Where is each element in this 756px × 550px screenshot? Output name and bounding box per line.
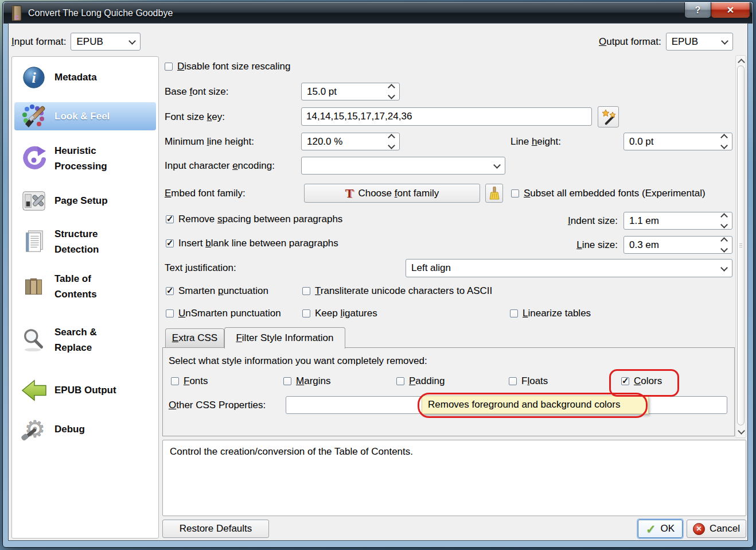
min-line-height-label-row: Minimum line height: — [165, 133, 254, 150]
subset-fonts-checkbox[interactable] — [511, 189, 519, 197]
insert-blank-line-option: Insert blank line between paragraphs — [166, 237, 338, 250]
spin-up-icon[interactable] — [720, 134, 728, 141]
main-scrollbar[interactable] — [735, 55, 746, 438]
spin-down-icon[interactable] — [720, 221, 728, 228]
spin-up-icon[interactable] — [720, 237, 728, 245]
text-justification-select[interactable]: Left align — [406, 259, 732, 277]
filter-floats-option: Floats — [509, 374, 548, 388]
title-bar[interactable]: c Convert The Long Quiche Goodbye ? ✕ — [3, 2, 753, 24]
filter-floats-checkbox[interactable] — [509, 377, 517, 385]
tab-extra-css[interactable]: Extra CSS — [165, 328, 224, 347]
input-format-select[interactable]: EPUB — [71, 33, 141, 51]
scrollbar-up-icon[interactable] — [738, 59, 745, 66]
close-icon: ✕ — [727, 5, 734, 16]
transliterate-checkbox[interactable] — [302, 287, 310, 295]
indent-size-label: Indent size: — [568, 215, 618, 227]
tab-filter-style-label: Filter Style Information — [236, 332, 333, 344]
filter-padding-label[interactable]: Padding — [409, 375, 445, 387]
sidebar-item-search-replace[interactable]: Search & Replace — [14, 315, 156, 365]
keep-ligatures-label[interactable]: Keep ligatures — [315, 308, 377, 319]
insert-blank-line-label[interactable]: Insert blank line between paragraphs — [178, 238, 338, 249]
remove-spacing-label[interactable]: Remove spacing between paragraphs — [178, 214, 342, 225]
line-height-spinner[interactable]: 0.0 pt — [623, 133, 732, 150]
disable-rescaling-label[interactable]: Disable font size rescaling — [177, 61, 291, 72]
indent-size-value: 1.1 em — [629, 215, 718, 227]
smarten-punctuation-checkbox[interactable] — [166, 287, 174, 295]
filter-margins-label[interactable]: Margins — [296, 375, 330, 387]
spin-down-icon[interactable] — [720, 245, 728, 253]
sidebar-item-look-and-feel[interactable]: Look & Feel — [14, 102, 156, 130]
output-format-row: Output format: EPUB — [599, 33, 733, 51]
filter-margins-checkbox[interactable] — [283, 377, 291, 385]
svg-text:c: c — [15, 13, 19, 21]
document-icon — [20, 228, 48, 255]
scrollbar-down-icon[interactable] — [738, 427, 745, 435]
linearize-tables-checkbox[interactable] — [510, 309, 518, 317]
close-button[interactable]: ✕ — [711, 2, 750, 18]
spin-down-icon[interactable] — [388, 142, 395, 149]
ok-button[interactable]: ✓ OK — [638, 520, 683, 538]
transliterate-label[interactable]: Transliterate unicode characters to ASCI… — [315, 285, 492, 297]
sidebar-item-heuristic-processing[interactable]: Heuristic Processing — [14, 142, 156, 175]
subset-fonts-label[interactable]: Subset all embedded fonts (Experimental) — [524, 188, 706, 199]
disable-rescaling-checkbox[interactable] — [165, 63, 173, 71]
filter-fonts-label[interactable]: Fonts — [184, 375, 208, 387]
spin-up-icon[interactable] — [388, 134, 395, 141]
input-encoding-select[interactable] — [301, 157, 505, 175]
line-size-spinner[interactable]: 0.3 em — [623, 236, 732, 254]
font-family-icon: T — [345, 187, 354, 200]
linearize-tables-label[interactable]: Linearize tables — [523, 308, 591, 319]
dialog-body: Input format: EPUB Output format: EPUB i — [8, 23, 748, 541]
filter-fonts-checkbox[interactable] — [171, 377, 179, 385]
sidebar-item-metadata[interactable]: i Metadata — [14, 64, 156, 91]
embed-font-label: Embed font family: — [165, 188, 245, 199]
cancel-label: Cancel — [710, 523, 740, 534]
cancel-x-icon: ✕ — [693, 523, 705, 535]
restore-defaults-button[interactable]: Restore Defaults — [162, 520, 269, 538]
filter-colors-option: Colors — [621, 374, 662, 388]
choose-font-family-label: Choose font family — [358, 188, 439, 199]
keep-ligatures-checkbox[interactable] — [302, 309, 310, 317]
unsmarten-punctuation-option: UnSmarten punctuation — [166, 307, 281, 320]
line-height-value: 0.0 pt — [629, 136, 718, 148]
spin-down-icon[interactable] — [388, 92, 395, 99]
remove-spacing-checkbox[interactable] — [166, 215, 174, 223]
help-button[interactable]: ? — [684, 2, 711, 18]
scrollbar-thumb[interactable] — [737, 65, 745, 425]
colors-tooltip: Removes foreground and background colors — [422, 396, 649, 414]
choose-font-family-button[interactable]: T Choose font family — [304, 184, 480, 203]
min-line-height-spinner[interactable]: 120.0 % — [301, 133, 400, 150]
filter-floats-label[interactable]: Floats — [521, 375, 548, 387]
base-font-size-value: 15.0 pt — [307, 86, 385, 98]
filter-colors-label[interactable]: Colors — [634, 375, 662, 387]
font-rescale-wizard-button[interactable] — [598, 106, 619, 127]
tab-filter-style-information[interactable]: Filter Style Information — [224, 327, 345, 348]
books-icon — [20, 273, 48, 300]
filter-padding-checkbox[interactable] — [396, 377, 404, 385]
line-height-label: Line height: — [511, 136, 561, 148]
sidebar-item-table-of-contents[interactable]: Table of Contents — [14, 270, 156, 303]
insert-blank-line-checkbox[interactable] — [166, 239, 174, 247]
smarten-punctuation-label[interactable]: Smarten punctuation — [178, 285, 268, 297]
sidebar-item-label: Metadata — [54, 69, 97, 85]
unsmarten-punctuation-label[interactable]: UnSmarten punctuation — [178, 308, 281, 319]
spin-up-icon[interactable] — [720, 213, 728, 220]
cancel-button[interactable]: ✕ Cancel — [687, 520, 746, 538]
spin-up-icon[interactable] — [388, 84, 395, 91]
base-font-size-spinner[interactable]: 15.0 pt — [301, 83, 400, 100]
sidebar-item-epub-output[interactable]: EPUB Output — [14, 377, 156, 404]
unsmarten-punctuation-checkbox[interactable] — [166, 309, 174, 317]
output-format-select[interactable]: EPUB — [666, 33, 733, 51]
remove-spacing-option: Remove spacing between paragraphs — [166, 213, 342, 226]
sidebar-item-debug[interactable]: ⚙ Debug — [14, 416, 156, 443]
spin-down-icon[interactable] — [720, 142, 728, 149]
sidebar-item-structure-detection[interactable]: Structure Detection — [14, 225, 156, 258]
font-size-key-input[interactable] — [301, 107, 592, 126]
sidebar-item-page-setup[interactable]: Page Setup — [14, 187, 156, 215]
subset-fonts-option: Subset all embedded fonts (Experimental) — [511, 184, 706, 203]
indent-size-spinner[interactable]: 1.1 em — [623, 212, 732, 230]
text-justification-value: Left align — [411, 262, 722, 274]
filter-colors-checkbox[interactable] — [621, 377, 629, 385]
clear-font-family-button[interactable] — [485, 184, 503, 203]
green-arrow-icon — [20, 377, 48, 404]
